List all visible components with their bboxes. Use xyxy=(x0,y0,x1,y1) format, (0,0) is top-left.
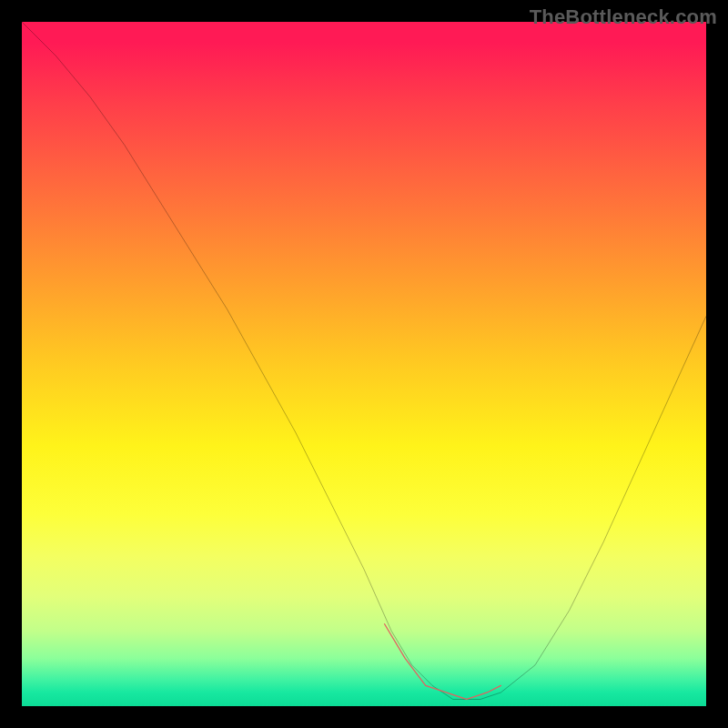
curve-layer xyxy=(22,22,706,706)
plot-area xyxy=(22,22,706,706)
highlight-segment xyxy=(385,624,501,700)
chart-frame: TheBottleneck.com xyxy=(0,0,728,728)
watermark-text: TheBottleneck.com xyxy=(530,5,717,29)
bottleneck-curve xyxy=(22,22,706,699)
